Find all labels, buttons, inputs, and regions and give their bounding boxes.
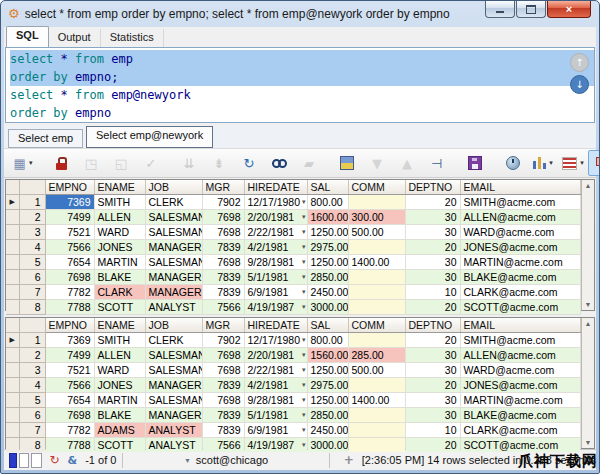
cell-empno[interactable]: 7698: [45, 408, 94, 423]
cell-deptno[interactable]: 20: [405, 378, 460, 393]
cell-mgr[interactable]: 7839: [202, 423, 244, 438]
row-number-cell[interactable]: 5: [19, 393, 45, 408]
save-button[interactable]: [460, 150, 490, 176]
cell-ename[interactable]: ADAMS: [94, 423, 145, 438]
cell-empno[interactable]: 7788: [45, 438, 94, 453]
minimize-button[interactable]: [485, 1, 515, 18]
session-icon[interactable]: &: [68, 455, 78, 466]
cell-ename[interactable]: MARTIN: [94, 393, 145, 408]
cell-sal[interactable]: 2850.00: [307, 270, 348, 285]
cell-email[interactable]: SCOTT@acme.com: [460, 438, 581, 453]
column-header-mgr[interactable]: MGR: [202, 180, 244, 195]
vertical-scrollbar[interactable]: ▲▼: [581, 180, 594, 310]
cell-comm[interactable]: 500.00: [348, 225, 405, 240]
scrollbar-up-icon[interactable]: ▲: [585, 182, 592, 189]
cell-ename[interactable]: JONES: [94, 240, 145, 255]
cell-comm[interactable]: [348, 300, 405, 315]
fetch-next-button[interactable]: ⇊: [174, 150, 204, 176]
column-header-deptno[interactable]: DEPTNO: [405, 318, 460, 333]
cell-sal[interactable]: 1560.00: [307, 348, 348, 363]
cell-empno[interactable]: 7566: [45, 240, 94, 255]
cell-mgr[interactable]: 7566: [202, 300, 244, 315]
cell-hiredate[interactable]: 5/1/1981▾: [244, 270, 307, 285]
compare-grids-button[interactable]: [588, 150, 600, 176]
cell-sal[interactable]: 800.00: [307, 195, 348, 210]
cell-empno[interactable]: 7521: [45, 225, 94, 240]
cell-mgr[interactable]: 7698: [202, 393, 244, 408]
cell-empno[interactable]: 7369: [45, 333, 94, 348]
cell-empno[interactable]: 7521: [45, 363, 94, 378]
row-number-cell[interactable]: 3: [19, 363, 45, 378]
fetch-all-button[interactable]: ⇟: [204, 150, 234, 176]
row-number-cell[interactable]: 1: [19, 333, 45, 348]
cell-email[interactable]: CLARK@acme.com: [460, 423, 581, 438]
cell-comm[interactable]: [348, 333, 405, 348]
date-dropdown-icon[interactable]: ▾: [302, 243, 306, 250]
column-header-hiredate[interactable]: HIREDATE: [244, 180, 307, 195]
row-number-cell[interactable]: 3: [19, 225, 45, 240]
row-number-cell[interactable]: 4: [19, 378, 45, 393]
scrollbar-down-icon[interactable]: ▼: [585, 301, 592, 308]
cell-job[interactable]: SALESMAN: [145, 348, 202, 363]
cell-sal[interactable]: 1250.00: [307, 363, 348, 378]
cell-ename[interactable]: WARD: [94, 225, 145, 240]
column-header-comm[interactable]: COMM: [348, 180, 405, 195]
sql-editor[interactable]: select * from emporder by empno;select *…: [5, 47, 595, 123]
column-header-sal[interactable]: SAL: [307, 318, 348, 333]
date-dropdown-icon[interactable]: ▾: [302, 213, 306, 220]
cell-email[interactable]: WARD@acme.com: [460, 225, 581, 240]
cell-deptno[interactable]: 20: [405, 240, 460, 255]
column-header-email[interactable]: EMAIL: [460, 318, 581, 333]
scroll-down-button[interactable]: ▼: [362, 150, 392, 176]
column-header-mgr[interactable]: MGR: [202, 318, 244, 333]
tab-statistics[interactable]: Statistics: [101, 29, 164, 47]
cell-empno[interactable]: 7782: [45, 285, 94, 300]
cell-ename[interactable]: ALLEN: [94, 348, 145, 363]
row-number-cell[interactable]: 8: [19, 438, 45, 453]
cell-empno[interactable]: 7698: [45, 270, 94, 285]
date-dropdown-icon[interactable]: ▾: [302, 411, 306, 418]
date-dropdown-icon[interactable]: ▾: [302, 441, 306, 448]
cell-mgr[interactable]: 7839: [202, 378, 244, 393]
master-detail-button[interactable]: ⊣: [422, 150, 452, 176]
date-dropdown-icon[interactable]: ▾: [302, 381, 306, 388]
row-number-cell[interactable]: 7: [19, 423, 45, 438]
date-dropdown-icon[interactable]: ▾: [302, 228, 306, 235]
cell-hiredate[interactable]: 4/2/1981▾: [244, 378, 307, 393]
cell-email[interactable]: CLARK@acme.com: [460, 285, 581, 300]
cell-mgr[interactable]: 7698: [202, 210, 244, 225]
row-number-cell[interactable]: 2: [19, 348, 45, 363]
cell-empno[interactable]: 7566: [45, 378, 94, 393]
cell-ename[interactable]: ALLEN: [94, 210, 145, 225]
cell-email[interactable]: SCOTT@acme.com: [460, 300, 581, 315]
cell-deptno[interactable]: 30: [405, 255, 460, 270]
scroll-up-button[interactable]: ▲: [392, 150, 422, 176]
cell-mgr[interactable]: 7839: [202, 270, 244, 285]
cell-ename[interactable]: JONES: [94, 378, 145, 393]
column-header-job[interactable]: JOB: [145, 318, 202, 333]
cell-comm[interactable]: [348, 195, 405, 210]
scrollbar-down-icon[interactable]: ▼: [585, 439, 592, 446]
column-header-sal[interactable]: SAL: [307, 180, 348, 195]
cell-sal[interactable]: 2975.00: [307, 378, 348, 393]
cell-empno[interactable]: 7369: [45, 195, 94, 210]
cell-mgr[interactable]: 7698: [202, 255, 244, 270]
cell-sal[interactable]: 3000.00: [307, 300, 348, 315]
cell-job[interactable]: MANAGER: [145, 408, 202, 423]
cell-hiredate[interactable]: 2/22/1981▾: [244, 363, 307, 378]
cell-job[interactable]: MANAGER: [145, 240, 202, 255]
cell-job[interactable]: MANAGER: [145, 378, 202, 393]
cell-ename[interactable]: WARD: [94, 363, 145, 378]
refresh-button[interactable]: ↻: [234, 150, 264, 176]
cell-comm[interactable]: [348, 438, 405, 453]
cell-job[interactable]: CLERK: [145, 195, 202, 210]
cell-hiredate[interactable]: 4/19/1987▾: [244, 300, 307, 315]
cell-hiredate[interactable]: 9/28/1981▾: [244, 393, 307, 408]
cell-hiredate[interactable]: 12/17/1980▾: [244, 195, 307, 210]
cell-job[interactable]: ANALYST: [145, 438, 202, 453]
column-header-empno[interactable]: EMPNO: [45, 318, 94, 333]
cell-deptno[interactable]: 30: [405, 210, 460, 225]
vertical-scrollbar[interactable]: ▲▼: [581, 318, 594, 448]
cell-comm[interactable]: [348, 285, 405, 300]
cell-mgr[interactable]: 7698: [202, 363, 244, 378]
